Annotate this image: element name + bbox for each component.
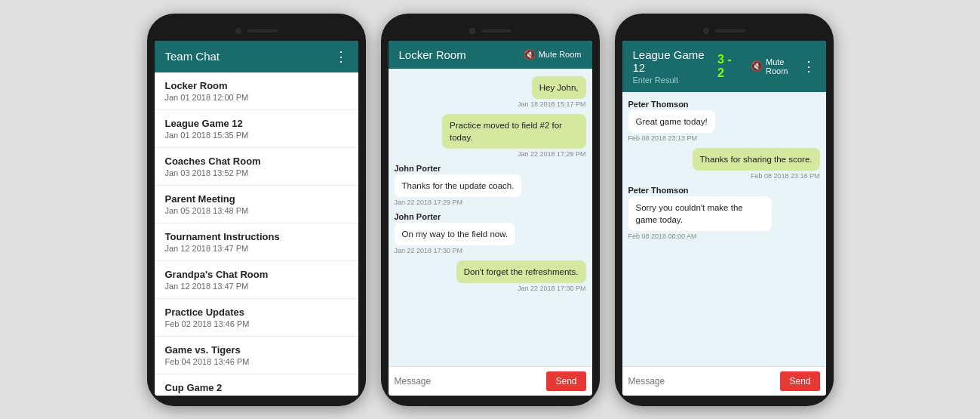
chat-item-date: Jan 12 2018 13:47 PM (165, 282, 348, 291)
locker-mute-label: Mute Room (539, 50, 582, 59)
chat-list-item[interactable]: Parent Meeting Jan 05 2018 13:48 PM (155, 186, 358, 223)
locker-mute-button[interactable]: 🔇 Mute Room (524, 49, 582, 60)
message-bubble: Great game today! (628, 110, 715, 133)
league-mute-button[interactable]: 🔇 Mute Room (751, 57, 802, 75)
message-bubble: Thanks for sharing the score. (693, 148, 820, 171)
chat-list-item[interactable]: Grandpa's Chat Room Jan 12 2018 13:47 PM (155, 261, 358, 299)
game-score: 3 - 2 (717, 53, 739, 80)
league-mute-label: Mute Room (766, 57, 802, 75)
phone-3-screen: League Game 12 Enter Result 3 - 2 🔇 Mute… (622, 41, 826, 396)
message-time: Feb 08 2018 23:16 PM (751, 172, 820, 180)
chat-item-name: Practice Updates (165, 307, 348, 318)
chat-list-item[interactable]: Cup Game 2 Feb 06 2018 13:45 PM (155, 374, 358, 396)
message-time: Jan 22 2018 17:30 PM (395, 247, 463, 254)
chat-list-item[interactable]: Tournament Instructions Jan 12 2018 13:4… (155, 223, 358, 261)
phone-2-screen: Locker Room 🔇 Mute Room Hey John,Jan 18 … (389, 41, 592, 396)
league-game-send-button[interactable]: Send (780, 371, 819, 391)
message-bubble: Hey John, (532, 76, 586, 99)
message-wrapper: Thanks for sharing the score.Feb 08 2018… (628, 148, 820, 180)
mute-icon: 🔇 (524, 49, 536, 60)
locker-room-message-input[interactable] (395, 376, 542, 387)
league-header-left: League Game 12 Enter Result (633, 48, 711, 85)
phone-1-screen: Team Chat ⋮ Locker Room Jan 01 2018 12:0… (155, 41, 358, 396)
chat-list-item[interactable]: League Game 12 Jan 01 2018 15:35 PM (155, 110, 358, 148)
league-game-header: League Game 12 Enter Result 3 - 2 🔇 Mute… (622, 41, 826, 92)
message-sender: Peter Thomson (628, 186, 689, 195)
chat-item-date: Jan 01 2018 15:35 PM (165, 131, 348, 140)
locker-room-title: Locker Room (399, 48, 466, 61)
message-wrapper: Practice moved to field #2 for today.Jan… (395, 114, 586, 158)
enter-result-label[interactable]: Enter Result (633, 75, 711, 85)
chat-item-name: League Game 12 (165, 118, 348, 129)
chat-item-date: Jan 01 2018 12:00 PM (165, 93, 348, 102)
phone-3-speaker (715, 29, 745, 32)
team-chat-title: Team Chat (165, 50, 220, 63)
phone-2-speaker (481, 29, 512, 32)
message-time: Jan 18 2018 15:17 PM (518, 100, 586, 108)
message-sender: Peter Thomson (628, 100, 689, 109)
chat-item-name: Game vs. Tigers (165, 344, 348, 356)
message-bubble: Practice moved to field #2 for today. (442, 114, 586, 149)
phone-3: League Game 12 Enter Result 3 - 2 🔇 Mute… (615, 14, 834, 406)
message-wrapper: Peter ThomsonSorry you couldn't make the… (628, 186, 820, 240)
chat-item-name: Cup Game 2 (165, 382, 348, 393)
message-bubble: On my way to the field now. (395, 223, 516, 245)
league-menu-icon[interactable]: ⋮ (802, 58, 816, 75)
message-wrapper: John PorterThanks for the update coach.J… (395, 164, 586, 206)
league-mute-icon: 🔇 (751, 60, 763, 72)
league-game-messages: Peter ThomsonGreat game today!Feb 08 201… (622, 92, 826, 366)
locker-room-input-area: Send (389, 366, 592, 396)
chat-item-date: Feb 06 2018 13:45 PM (165, 395, 348, 396)
chat-item-name: Grandpa's Chat Room (165, 269, 348, 280)
chat-item-date: Jan 12 2018 13:47 PM (165, 244, 348, 253)
phone-3-camera (703, 28, 709, 34)
message-time: Feb 08 2018 00:00 AM (628, 233, 697, 240)
team-chat-menu-icon[interactable]: ⋮ (334, 48, 348, 65)
phones-container: Team Chat ⋮ Locker Room Jan 01 2018 12:0… (0, 0, 980, 419)
phone-1-speaker (247, 29, 278, 32)
phone-1-camera (235, 28, 241, 34)
league-game-title: League Game 12 (633, 48, 711, 74)
chat-list-item[interactable]: Practice Updates Feb 02 2018 13:46 PM (155, 299, 358, 337)
team-chat-header: Team Chat ⋮ (155, 41, 358, 72)
message-sender: John Porter (395, 164, 441, 173)
message-bubble: Sorry you couldn't make the game today. (628, 196, 773, 231)
locker-room-messages: Hey John,Jan 18 2018 15:17 PMPractice mo… (389, 69, 592, 366)
phone-2-camera (469, 28, 475, 34)
chat-list-item[interactable]: Coaches Chat Room Jan 03 2018 13:52 PM (155, 148, 358, 186)
chat-item-date: Feb 02 2018 13:46 PM (165, 319, 348, 328)
message-time: Jan 22 2018 17:30 PM (518, 285, 586, 292)
league-game-input-area: Send (622, 366, 826, 396)
phone-2: Locker Room 🔇 Mute Room Hey John,Jan 18 … (381, 14, 600, 406)
chat-item-name: Locker Room (165, 80, 348, 91)
message-wrapper: Peter ThomsonGreat game today!Feb 08 201… (628, 100, 820, 142)
chat-item-name: Parent Meeting (165, 193, 348, 205)
chat-item-name: Tournament Instructions (165, 231, 348, 242)
message-sender: John Porter (395, 212, 441, 221)
phone-3-top-bar (622, 24, 826, 38)
chat-item-date: Jan 05 2018 13:48 PM (165, 206, 348, 215)
chat-item-name: Coaches Chat Room (165, 156, 348, 167)
chat-item-date: Jan 03 2018 13:52 PM (165, 168, 348, 177)
message-time: Feb 08 2018 23:13 PM (628, 134, 698, 142)
chat-list-item[interactable]: Locker Room Jan 01 2018 12:00 PM (155, 72, 358, 110)
message-wrapper: Hey John,Jan 18 2018 15:17 PM (395, 76, 586, 108)
chat-item-date: Feb 04 2018 13:46 PM (165, 357, 348, 366)
locker-room-send-button[interactable]: Send (546, 371, 585, 391)
chat-list-item[interactable]: Game vs. Tigers Feb 04 2018 13:46 PM (155, 337, 358, 374)
league-header-right: 3 - 2 🔇 Mute Room (711, 53, 802, 80)
locker-room-header: Locker Room 🔇 Mute Room (389, 41, 592, 69)
message-wrapper: Don't forget the refreshments.Jan 22 201… (395, 260, 586, 292)
message-time: Jan 22 2018 17:29 PM (518, 150, 586, 158)
chat-list: Locker Room Jan 01 2018 12:00 PM League … (155, 72, 358, 396)
phone-2-top-bar (389, 24, 592, 38)
league-game-message-input[interactable] (628, 376, 776, 387)
message-bubble: Thanks for the update coach. (395, 174, 522, 197)
message-wrapper: John PorterOn my way to the field now.Ja… (395, 212, 586, 254)
message-time: Jan 22 2018 17:29 PM (395, 199, 463, 206)
phone-1-top-bar (155, 24, 358, 38)
message-bubble: Don't forget the refreshments. (456, 260, 586, 283)
phone-1: Team Chat ⋮ Locker Room Jan 01 2018 12:0… (147, 14, 366, 406)
